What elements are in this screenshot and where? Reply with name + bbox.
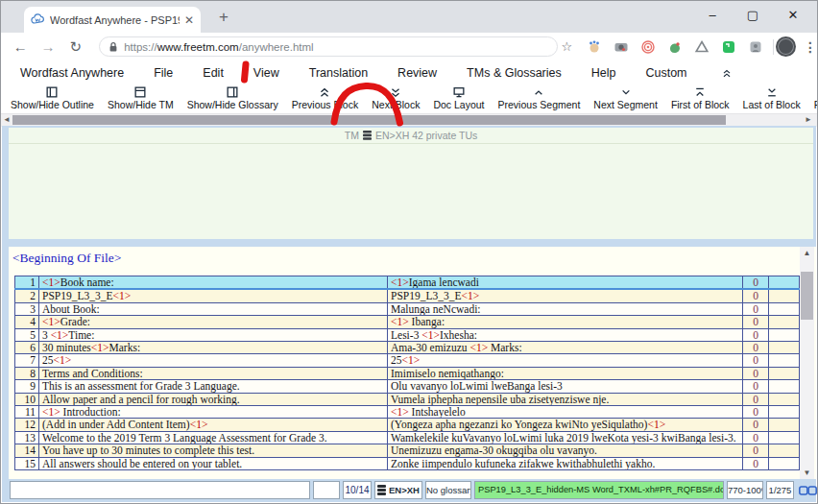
browser-tab[interactable]: Wordfast Anywhere - PSP19_L3_ ✕: [24, 7, 201, 33]
source-cell[interactable]: <1> Introduction:: [39, 406, 388, 419]
next-block-button[interactable]: Next Block: [365, 84, 426, 110]
new-tab-button[interactable]: +: [212, 8, 235, 27]
table-row[interactable]: 9This is an assessment for Grade 3 Langu…: [15, 380, 800, 393]
previous-block-button[interactable]: Previous Block: [285, 84, 365, 110]
source-cell[interactable]: 25<1>: [39, 354, 388, 367]
toolbar-button-label: Previous Segment: [498, 99, 581, 110]
show-hide-tm-button[interactable]: Show/Hide TM: [101, 84, 180, 110]
menu-item-file[interactable]: File: [154, 66, 173, 80]
source-cell[interactable]: (Add in under Add Content Item)<1>: [39, 419, 388, 431]
source-cell[interactable]: 30 minutes<1>Marks:: [39, 342, 388, 354]
table-row[interactable]: 630 minutes<1>Marks:Ama-30 emizuzu <1> M…: [15, 342, 800, 354]
ext-evernote-icon[interactable]: [720, 38, 736, 55]
target-cell[interactable]: Vumela iphepha nepensile uba zisetyenzis…: [388, 393, 743, 405]
target-cell[interactable]: Imimiselo nemiqathango:: [388, 367, 743, 379]
table-row[interactable]: 15All answers should be entered on your …: [15, 457, 800, 469]
window-minimize-button[interactable]: –: [692, 1, 733, 31]
source-cell[interactable]: Terms and Conditions:: [39, 367, 388, 379]
forward-icon[interactable]: →: [35, 38, 62, 55]
menu-item-review[interactable]: Review: [397, 66, 437, 80]
table-row[interactable]: 53 <1>Time:Lesi-3 <1>Ixhesha:0: [15, 328, 800, 341]
scroll-left-icon[interactable]: ◄: [1, 114, 12, 126]
ext-leaf-icon[interactable]: [666, 38, 683, 55]
collapse-toolbar-icon[interactable]: [721, 67, 733, 79]
table-row[interactable]: 14You have up to 30 minutes to complete …: [15, 444, 800, 457]
horizontal-scrollbar[interactable]: ◄ ►: [1, 113, 817, 127]
source-cell[interactable]: Allow paper and a pencil for rough worki…: [39, 393, 388, 405]
menu-item-translation[interactable]: Translation: [309, 66, 368, 80]
menu-item-tms-glossaries[interactable]: TMs & Glossaries: [467, 66, 562, 80]
target-cell[interactable]: Olu vavanyo loLwimi lweBanga lesi-3: [388, 380, 743, 393]
target-cell[interactable]: <1>Igama lencwadi: [388, 276, 743, 290]
show-hide-glossary-button[interactable]: Show/Hide Glossary: [180, 84, 285, 110]
horizontal-scrollbar-thumb[interactable]: [12, 115, 726, 125]
target-cell[interactable]: Ama-30 emizuzu <1> Marks:: [388, 342, 743, 354]
source-cell[interactable]: PSP19_L3_3_E<1>: [39, 289, 388, 302]
source-cell[interactable]: <1>Book name:: [39, 276, 388, 290]
window-maximize-button[interactable]: ▢: [733, 1, 773, 31]
tab-close-icon[interactable]: ✕: [184, 14, 194, 26]
first-of-doc-button[interactable]: First of Doc: [807, 84, 817, 110]
target-cell[interactable]: Wamkelekile kuVavanyo loLwimi luka 2019 …: [388, 431, 743, 444]
last-of-block-button[interactable]: Last of Block: [736, 84, 807, 110]
browser-menu-icon[interactable]: ⋮: [804, 39, 817, 55]
target-cell[interactable]: Malunga neNcwadi:: [388, 302, 743, 315]
window-close-button[interactable]: ✕: [773, 1, 813, 31]
ext-fingerprint-icon[interactable]: [639, 38, 656, 55]
menu-item-help[interactable]: Help: [591, 66, 616, 80]
back-icon[interactable]: ←: [7, 38, 35, 55]
target-cell[interactable]: Lesi-3 <1>Ixhesha:: [388, 328, 743, 341]
menu-item-view[interactable]: View: [253, 66, 279, 80]
target-cell[interactable]: (Yongeza apha ngezanzi ko Yongeza kwiNto…: [388, 419, 743, 431]
address-bar[interactable]: https://www.freetm.com/anywhere.html: [99, 36, 557, 57]
status-tm-pair[interactable]: EN>XH: [374, 481, 422, 499]
profile-avatar[interactable]: [776, 36, 796, 57]
menu-item-wordfast-anywhere[interactable]: Wordfast Anywhere: [20, 66, 124, 80]
target-cell[interactable]: Zonke iimpendulo kufuneka zifakwe kwitha…: [388, 457, 743, 469]
source-cell[interactable]: About Book:: [39, 302, 388, 315]
source-cell[interactable]: Welcome to the 2019 Term 3 Language Asse…: [39, 431, 388, 444]
ext-juggler-icon[interactable]: [586, 38, 602, 55]
source-cell[interactable]: All answers should be entered on your ta…: [39, 457, 388, 469]
table-row[interactable]: 4<1>Grade:<1> Ibanga:0: [15, 316, 800, 328]
table-row[interactable]: 8Terms and Conditions:Imimiselo nemiqath…: [15, 367, 800, 379]
status-filename[interactable]: PSP19_L3_3_E_hidden-MS Word_TXML-xh#PR_R…: [474, 481, 724, 499]
scroll-up-icon[interactable]: ▲: [800, 247, 814, 259]
doc-layout-button[interactable]: Doc Layout: [426, 84, 491, 110]
source-cell[interactable]: You have up to 30 minutes to complete th…: [39, 444, 388, 457]
target-cell[interactable]: <1> Intshayelelo: [388, 406, 743, 419]
ext-box-icon[interactable]: [747, 38, 763, 55]
previous-segment-button[interactable]: Previous Segment: [492, 84, 588, 110]
target-cell[interactable]: PSP19_L3_3_E<1>: [388, 289, 743, 302]
source-cell[interactable]: 3 <1>Time:: [39, 328, 388, 341]
target-cell[interactable]: Unemizuzu engama-30 okugqiba olu vavanyo…: [388, 444, 743, 457]
bookmark-star-icon[interactable]: ☆: [562, 39, 573, 54]
table-row[interactable]: 1<1>Book name:<1>Igama lencwadi0: [15, 276, 800, 290]
table-row[interactable]: 11<1> Introduction:<1> Intshayelelo0: [15, 406, 800, 419]
table-row[interactable]: 2PSP19_L3_3_E<1>PSP19_L3_3_E<1>0: [15, 289, 800, 302]
scroll-right-icon[interactable]: ►: [803, 114, 814, 126]
status-glossary[interactable]: No glossary: [425, 481, 471, 499]
source-cell[interactable]: <1>Grade:: [39, 316, 388, 328]
menu-item-edit[interactable]: Edit: [203, 66, 224, 80]
ext-drive-icon[interactable]: [693, 38, 710, 55]
show-hide-outline-button[interactable]: Show/Hide Outline: [4, 84, 101, 110]
ext-camera-icon[interactable]: [613, 38, 629, 55]
table-row[interactable]: 3About Book:Malunga neNcwadi:0: [15, 302, 800, 315]
table-row[interactable]: 10Allow paper and a pencil for rough wor…: [15, 393, 800, 405]
target-cell[interactable]: 25<1>: [388, 354, 743, 367]
reload-icon[interactable]: ↻: [61, 38, 89, 56]
next-segment-button[interactable]: Next Segment: [587, 84, 664, 110]
table-row[interactable]: 12(Add in under Add Content Item)<1>(Yon…: [15, 419, 800, 431]
scroll-down-icon[interactable]: ▼: [800, 467, 814, 479]
vertical-scrollbar[interactable]: ▲ ▼: [800, 247, 814, 479]
status-zoom-level[interactable]: 770-100%.: [727, 481, 763, 499]
table-row[interactable]: 13Welcome to the 2019 Term 3 Language As…: [15, 431, 800, 444]
vertical-scrollbar-thumb[interactable]: [801, 272, 813, 320]
target-cell[interactable]: <1> Ibanga:: [388, 316, 743, 328]
table-row[interactable]: 725<1>25<1>0: [15, 354, 800, 367]
menu-item-custom[interactable]: Custom: [645, 66, 686, 80]
first-of-block-button[interactable]: First of Block: [664, 84, 736, 110]
app-menubar: Wordfast AnywhereFileEditViewTranslation…: [1, 60, 817, 84]
source-cell[interactable]: This is an assessment for Grade 3 Langua…: [39, 380, 388, 393]
